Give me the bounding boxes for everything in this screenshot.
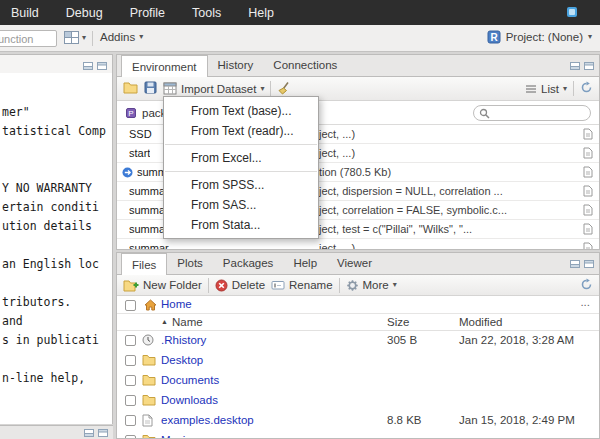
files-toolbar: New Folder Delete Rename More ▾: [117, 275, 599, 296]
file-name-link[interactable]: .Rhistory: [161, 334, 206, 346]
file-checkbox[interactable]: [125, 335, 136, 346]
pane-layout-button[interactable]: ▾: [64, 31, 86, 44]
maximize-pane-icon[interactable]: [98, 427, 108, 439]
file-name-link[interactable]: Music: [161, 434, 191, 439]
file-name-link[interactable]: Documents: [161, 374, 219, 386]
environment-search-input[interactable]: [493, 107, 583, 119]
file-modified: Jan 15, 2018, 2:49 PM: [459, 414, 575, 426]
tab-plots[interactable]: Plots: [167, 253, 213, 274]
object-value: ject, ...): [319, 242, 577, 250]
view-source-icon[interactable]: [583, 166, 593, 178]
column-header-size[interactable]: Size: [387, 316, 409, 328]
select-all-checkbox[interactable]: [125, 300, 136, 311]
toolbar-separator: [92, 31, 93, 46]
menu-item-from-text-readr[interactable]: From Text (readr)...: [164, 121, 318, 141]
minimize-pane-icon[interactable]: [570, 60, 580, 72]
maximize-pane-icon[interactable]: [584, 258, 594, 270]
delete-button[interactable]: Delete: [215, 279, 265, 292]
chevron-down-icon: ▾: [139, 33, 143, 41]
folder-icon: [142, 354, 156, 366]
menu-item-from-excel[interactable]: From Excel...: [164, 148, 318, 168]
more-label: More: [363, 279, 389, 291]
save-workspace-icon[interactable]: [144, 81, 157, 96]
clear-objects-broom-icon[interactable]: [277, 81, 291, 97]
file-name-link[interactable]: Desktop: [161, 354, 203, 366]
menu-separator: [165, 171, 317, 172]
file-checkbox[interactable]: [125, 355, 136, 366]
object-value: ject, correlation = FALSE, symbolic.c...: [319, 204, 577, 216]
rename-label: Rename: [289, 279, 332, 291]
file-checkbox[interactable]: [125, 395, 136, 406]
home-icon: [144, 299, 157, 311]
delete-label: Delete: [232, 279, 265, 291]
tab-help[interactable]: Help: [283, 253, 327, 274]
menu-item-from-text-base[interactable]: From Text (base)...: [164, 101, 318, 121]
rename-button[interactable]: Rename: [271, 279, 332, 291]
menu-debug[interactable]: Debug: [66, 6, 103, 20]
view-source-icon[interactable]: [583, 223, 593, 235]
new-folder-button[interactable]: New Folder: [123, 279, 202, 292]
breadcrumb-home-link[interactable]: Home: [161, 298, 192, 310]
view-source-icon[interactable]: [583, 242, 593, 250]
object-name: summar: [129, 242, 169, 250]
view-source-icon[interactable]: [583, 185, 593, 197]
project-selector[interactable]: R Project: (None) ▾: [487, 30, 592, 44]
menu-item-from-sas[interactable]: From SAS...: [164, 195, 318, 215]
file-row: Documents: [117, 371, 599, 391]
file-row: .Rhistory 305 B Jan 22, 2018, 3:28 AM: [117, 331, 599, 351]
tab-history[interactable]: History: [208, 55, 264, 76]
tab-packages[interactable]: Packages: [213, 253, 284, 274]
environment-row[interactable]: summar ject, ...): [117, 239, 599, 250]
menu-item-from-spss[interactable]: From SPSS...: [164, 175, 318, 195]
console-output[interactable]: mer" tatistical Comp Y NO WARRANTY ertai…: [0, 73, 112, 388]
object-value: ject, ...): [319, 128, 577, 140]
menu-tools[interactable]: Tools: [192, 6, 221, 20]
maximize-pane-icon[interactable]: [97, 60, 107, 72]
more-button[interactable]: More ▾: [346, 279, 397, 292]
new-folder-icon: [123, 279, 139, 292]
file-checkbox[interactable]: [125, 435, 136, 439]
minimize-pane-icon[interactable]: [83, 60, 93, 72]
menu-help[interactable]: Help: [248, 6, 274, 20]
toolbar-separator: [573, 81, 574, 96]
file-row: Desktop: [117, 351, 599, 371]
list-view-button[interactable]: List ▾: [525, 83, 567, 95]
tab-environment[interactable]: Environment: [121, 55, 208, 77]
files-table-header: ▲ Name Size Modified: [117, 314, 599, 331]
sort-ascending-icon: ▲: [161, 318, 168, 325]
chevron-down-icon: ▾: [260, 85, 264, 93]
menu-separator: [165, 144, 317, 145]
refresh-icon[interactable]: [580, 278, 593, 293]
maximize-pane-icon[interactable]: [584, 60, 594, 72]
object-name: SSD: [129, 128, 152, 140]
project-cube-icon: R: [487, 30, 501, 44]
view-source-icon[interactable]: [583, 147, 593, 159]
menu-profile[interactable]: Profile: [130, 6, 165, 20]
main-toolbar: ▾ Addins ▾ R Project: (None) ▾: [0, 25, 600, 52]
file-name-link[interactable]: examples.desktop: [161, 414, 254, 426]
file-row: Downloads: [117, 391, 599, 411]
minimize-pane-icon[interactable]: [570, 258, 580, 270]
object-value: ject, test = c("Pillai", "Wilks", "...: [319, 223, 577, 235]
menu-build[interactable]: Build: [11, 6, 39, 20]
tab-files[interactable]: Files: [121, 253, 167, 275]
tab-viewer[interactable]: Viewer: [327, 253, 382, 274]
file-checkbox[interactable]: [125, 375, 136, 386]
breadcrumb-more-button[interactable]: ...: [580, 296, 590, 308]
minimize-pane-icon[interactable]: [84, 427, 94, 439]
import-dataset-button[interactable]: Import Dataset ▾: [163, 82, 264, 95]
file-name-link[interactable]: Downloads: [161, 394, 218, 406]
open-workspace-icon[interactable]: [123, 81, 138, 96]
tab-connections[interactable]: Connections: [263, 55, 347, 76]
menu-item-from-stata[interactable]: From Stata...: [164, 215, 318, 235]
addins-button[interactable]: Addins ▾: [100, 31, 143, 43]
search-icon: [479, 108, 490, 119]
view-source-icon[interactable]: [583, 128, 593, 140]
file-checkbox[interactable]: [125, 415, 136, 426]
column-header-modified[interactable]: Modified: [459, 316, 502, 328]
goto-file-input[interactable]: [0, 30, 57, 47]
column-header-name[interactable]: Name: [172, 316, 203, 328]
folder-icon: [142, 434, 156, 439]
refresh-icon[interactable]: [580, 81, 593, 96]
view-source-icon[interactable]: [583, 204, 593, 216]
